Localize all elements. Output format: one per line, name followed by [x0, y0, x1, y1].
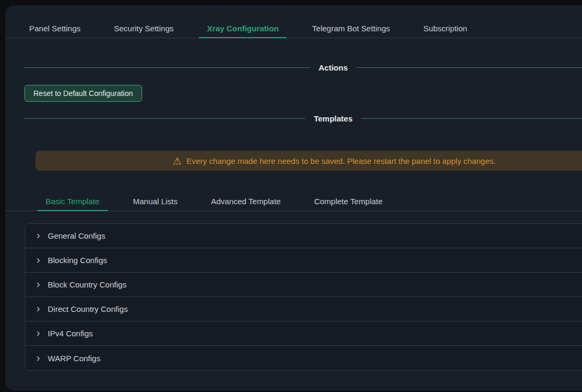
actions-section-divider: Actions — [24, 63, 582, 72]
warning-triangle-icon: ⚠ — [173, 156, 182, 166]
collapse-header-direct-country-configs[interactable]: › Direct Country Configs — [25, 297, 582, 321]
collapse-header-label: IPv4 Configs — [48, 329, 93, 338]
collapse-header-blocking-configs[interactable]: › Blocking Configs — [25, 248, 582, 273]
collapse-header-label: Block Country Configs — [48, 280, 126, 289]
tab-complete-template[interactable]: Complete Template — [306, 191, 391, 211]
collapse-header-general-configs[interactable]: › General Configs — [25, 224, 582, 248]
chevron-right-icon: › — [35, 352, 41, 364]
tab-subscription[interactable]: Subscription — [415, 19, 475, 38]
config-collapse-list: › General Configs › Blocking Configs › B… — [25, 223, 582, 371]
restart-warning-alert: ⚠ Every change made here needs to be sav… — [36, 151, 582, 171]
tab-telegram-bot-settings[interactable]: Telegram Bot Settings — [304, 19, 398, 38]
divider-line — [24, 118, 305, 119]
divider-line — [357, 67, 582, 68]
template-tab-bar: Basic Template Manual Lists Advanced Tem… — [5, 191, 582, 211]
collapse-header-ipv4-configs[interactable]: › IPv4 Configs — [25, 321, 582, 346]
tab-advanced-template[interactable]: Advanced Template — [203, 191, 289, 211]
tab-manual-lists[interactable]: Manual Lists — [124, 191, 186, 211]
templates-section-title: Templates — [314, 114, 352, 123]
settings-card: Panel Settings Security Settings Xray Co… — [5, 5, 582, 390]
collapse-header-label: General Configs — [48, 231, 105, 240]
tab-security-settings[interactable]: Security Settings — [106, 19, 182, 38]
divider-line — [361, 118, 582, 119]
chevron-right-icon: › — [35, 303, 41, 315]
collapse-header-label: Blocking Configs — [48, 256, 107, 265]
tab-panel-settings[interactable]: Panel Settings — [21, 19, 89, 38]
chevron-right-icon: › — [35, 278, 41, 291]
chevron-right-icon: › — [35, 254, 41, 266]
tab-xray-configuration[interactable]: Xray Configuration — [199, 19, 286, 38]
templates-section-divider: Templates — [24, 114, 582, 123]
collapse-header-label: WARP Configs — [48, 354, 100, 363]
main-tab-bar: Panel Settings Security Settings Xray Co… — [5, 19, 582, 38]
collapse-header-warp-configs[interactable]: › WARP Configs — [25, 346, 582, 370]
tab-basic-template[interactable]: Basic Template — [37, 191, 108, 211]
restart-warning-text: Every change made here needs to be saved… — [187, 156, 496, 165]
reset-to-default-configuration-button[interactable]: Reset to Default Configuration — [24, 85, 142, 102]
actions-section-title: Actions — [319, 63, 348, 72]
chevron-right-icon: › — [35, 230, 41, 242]
collapse-header-block-country-configs[interactable]: › Block Country Configs — [25, 273, 582, 297]
divider-line — [24, 67, 310, 68]
chevron-right-icon: › — [35, 327, 41, 339]
collapse-header-label: Direct Country Configs — [48, 304, 128, 313]
